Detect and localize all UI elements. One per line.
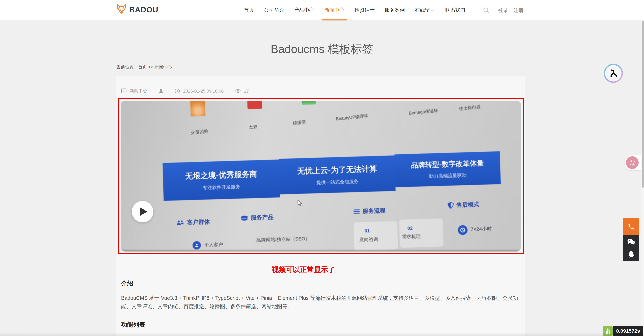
play-icon — [140, 207, 147, 216]
step-number: 01 — [364, 228, 370, 234]
register-link[interactable]: 注册 — [514, 0, 524, 20]
auth-links: 登录 注册 — [498, 0, 524, 20]
hours-clock-icon — [458, 225, 468, 235]
breadcrumb-prefix: 当前位置： — [116, 64, 138, 70]
feature-item: 品牌网站/独立站（SEO） — [256, 236, 310, 243]
banner-title: 无忧上云-为了无法计算 — [297, 164, 377, 176]
login-link[interactable]: 登录 — [498, 0, 508, 20]
box-icon — [241, 215, 248, 221]
fox-logo-icon — [116, 4, 126, 16]
load-time-badge: 0.091572s — [613, 326, 643, 336]
nav-item-cases[interactable]: 服务案例 — [380, 0, 410, 20]
article-card: 新闻中心 2026-01-25 09:10:08 27 — [116, 76, 525, 336]
nav-item-message[interactable]: 在线留言 — [410, 0, 440, 20]
category-icon — [121, 88, 126, 93]
nav-item-home[interactable]: 首页 — [239, 0, 259, 20]
nav-item-about[interactable]: 公司简介 — [259, 0, 289, 20]
users-icon — [176, 220, 184, 226]
breadcrumb: 当前位置：首页 >> 新闻中心 — [116, 64, 172, 70]
tri-blade-icon — [609, 69, 618, 78]
banner-subtitle: 提供一站式全包服务 — [316, 178, 359, 186]
step-label: 意向咨询 — [360, 236, 378, 243]
partner-label: 佳士得电器 — [459, 104, 481, 112]
nav-item-news[interactable]: 新闻中心 — [319, 0, 350, 20]
mouse-cursor — [298, 200, 303, 208]
article-meta: 新闻中心 2026-01-25 09:10:08 27 — [121, 88, 249, 94]
search-icon[interactable] — [483, 7, 490, 14]
clock-icon — [175, 88, 180, 94]
meta-views: 27 — [244, 88, 249, 94]
partner-label: BeautyUP物理学 — [336, 113, 368, 122]
banner-title: 品牌转型-数字改革体量 — [411, 158, 484, 170]
page: BADOU 首页 公司简介 产品中心 新闻中心 招贤纳士 服务案例 在线留言 联… — [0, 0, 644, 336]
step-label: 需求梳理 — [402, 234, 421, 240]
scrollbar-thumb[interactable] — [642, 20, 644, 188]
breadcrumb-current: 新闻中心 — [154, 64, 172, 70]
partner-label: 续缘堂 — [293, 119, 306, 126]
banner-title: 无垠之境-优秀服务商 — [185, 169, 257, 182]
video-caption: 视频可以正常显示了 — [102, 265, 505, 274]
feature-item: 7×24小时 — [470, 226, 492, 233]
list-icon — [353, 208, 360, 214]
video-thumbnail[interactable]: 火苗团购 土农 续缘堂 BeautyUP物理学 Bemega保温杯 佳士得电器 … — [121, 100, 521, 252]
partner-label: Bemega保温杯 — [408, 108, 438, 116]
debug-trace[interactable]: 0.091572s — [603, 326, 643, 336]
partner-label: 火苗团购 — [190, 128, 208, 136]
step-number: 02 — [407, 225, 413, 231]
partner-label: 土农 — [248, 124, 258, 130]
breadcrumb-separator: >> — [148, 64, 153, 70]
features-heading: 功能列表 — [121, 320, 145, 328]
nav-item-jobs[interactable]: 招贤纳士 — [350, 0, 380, 20]
shield-icon — [448, 202, 454, 209]
author-icon — [159, 88, 163, 93]
logo[interactable]: BADOU — [116, 4, 158, 16]
banner-card-2: 无忧上云-为了无法计算 提供一站式全包服务 — [279, 156, 396, 194]
personal-customer-avatar-icon — [192, 241, 201, 250]
views-icon — [235, 89, 241, 93]
header: BADOU 首页 公司简介 产品中心 新闻中心 招贤纳士 服务案例 在线留言 联… — [0, 0, 644, 21]
play-button[interactable] — [132, 201, 153, 222]
breadcrumb-home-link[interactable]: 首页 — [138, 64, 147, 70]
feature-title-process: 服务流程 — [353, 207, 386, 216]
meta-category[interactable]: 新闻中心 — [130, 88, 147, 94]
translate-icon: A — [626, 156, 639, 169]
intro-paragraph: BadouCMS 基于 Vue3.3 + ThinkPHP8 + TypeScr… — [121, 294, 521, 310]
banner-subtitle: 专注软件开发服务 — [202, 184, 240, 191]
meta-date: 2026-01-25 09:10:08 — [183, 88, 224, 94]
feature-title-products: 服务产品 — [241, 213, 274, 222]
phone-button[interactable] — [623, 218, 639, 235]
banner-card-1: 无垠之境-优秀服务商 专注软件开发服务 — [162, 160, 280, 201]
logo-text: BADOU — [129, 5, 158, 14]
logo-square-tunong — [247, 100, 262, 109]
feature-card-bg — [399, 218, 444, 248]
wechat-icon — [627, 238, 636, 245]
banner-subtitle: 助力高端流量驱动 — [429, 172, 467, 180]
translate-widget[interactable]: A — [624, 155, 644, 170]
extension-badge[interactable] — [604, 64, 623, 83]
page-title: Badoucms 模板标签 — [0, 42, 644, 57]
wechat-button[interactable] — [623, 235, 639, 248]
logo-square-xuyuantang — [301, 100, 316, 105]
thinkphp-flame-icon — [603, 326, 613, 336]
contact-sidebar — [623, 218, 639, 261]
feature-title-customers: 客户群体 — [176, 218, 210, 227]
feature-card-bg — [354, 221, 398, 251]
banner-card-3: 品牌转型-数字改革体量 助力高端流量驱动 — [394, 151, 501, 187]
feature-item: 个人客户 — [204, 242, 223, 248]
banner-row: 无垠之境-优秀服务商 专注软件开发服务 无忧上云-为了无法计算 提供一站式全包服… — [162, 153, 501, 201]
video-highlight-box: 火苗团购 土农 续缘堂 BeautyUP物理学 Bemega保温杯 佳士得电器 … — [118, 98, 524, 254]
nav-item-contact[interactable]: 联系我们 — [440, 0, 470, 20]
svg-text:A: A — [632, 162, 635, 166]
nav-item-products[interactable]: 产品中心 — [289, 0, 319, 20]
phone-icon — [628, 223, 635, 230]
main-nav: 首页 公司简介 产品中心 新闻中心 招贤纳士 服务案例 在线留言 联系我们 — [239, 0, 470, 20]
intro-heading: 介绍 — [121, 279, 133, 288]
feature-title-aftersale: 售后模式 — [448, 200, 479, 209]
video-frame-content: 火苗团购 土农 续缘堂 BeautyUP物理学 Bemega保温杯 佳士得电器 … — [121, 100, 521, 252]
qq-button[interactable] — [623, 248, 639, 261]
scrollbar-track[interactable] — [641, 0, 644, 336]
qq-penguin-icon — [628, 251, 635, 259]
logo-square-huomiao — [190, 100, 206, 116]
